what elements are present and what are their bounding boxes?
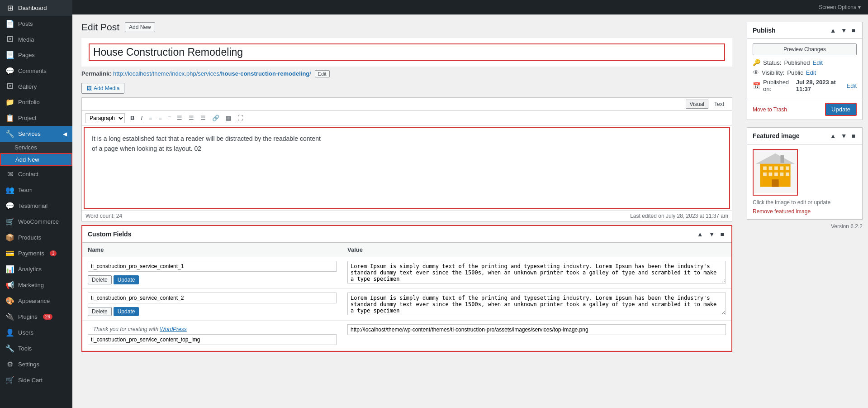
fi-minimize[interactable]: ■ (850, 131, 857, 140)
featured-image-controls: ▲ ▼ ■ (829, 131, 857, 140)
sidebar-item-services[interactable]: 🔧 Services ◀ (0, 126, 72, 142)
move-to-trash-link[interactable]: Move to Trash (753, 106, 787, 113)
payments-icon: 💳 (5, 249, 14, 258)
sidebar-item-comments[interactable]: 💬 Comments (0, 63, 72, 79)
italic-button[interactable]: I (138, 113, 145, 123)
editor-content[interactable]: It is a long established fact that a rea… (84, 127, 730, 209)
sidebar-item-plugins[interactable]: 🔌 Plugins 26 (0, 309, 72, 325)
svg-rect-13 (786, 173, 789, 176)
cf-delete-button-1[interactable]: Delete (88, 275, 112, 284)
bold-button[interactable]: B (128, 113, 137, 123)
payments-badge: 1 (50, 250, 57, 256)
cf-update-button-2[interactable]: Update (114, 307, 139, 316)
preview-changes-button[interactable]: Preview Changes (753, 43, 857, 55)
link-button[interactable]: 🔗 (209, 113, 222, 123)
align-center-button[interactable]: ☰ (186, 113, 197, 123)
sidebar-item-posts[interactable]: 📄 Posts (0, 16, 72, 32)
permalink-edit-button[interactable]: Edit (315, 70, 330, 77)
svg-rect-10 (769, 173, 773, 176)
custom-fields-header: Custom Fields ▲ ▼ ■ (82, 226, 731, 243)
svg-rect-5 (769, 166, 773, 170)
fi-collapse-down[interactable]: ▼ (840, 131, 849, 140)
featured-image-thumbnail[interactable] (753, 149, 798, 196)
custom-fields-collapse-up[interactable]: ▲ (695, 230, 705, 239)
custom-fields-minimize[interactable]: ■ (719, 230, 726, 239)
status-icon: 🔑 (753, 59, 760, 66)
right-panel: Publish ▲ ▼ ■ Preview Changes 🔑 Status: … (741, 14, 868, 408)
remove-featured-image-link[interactable]: Remove featured image (753, 208, 857, 215)
align-right-button[interactable]: ☰ (198, 113, 209, 123)
sidebar-item-marketing[interactable]: 📢 Marketing (0, 277, 72, 293)
visibility-value: Public (787, 69, 803, 76)
publish-collapse-down[interactable]: ▼ (840, 26, 849, 35)
sidebar-item-gallery[interactable]: 🖼 Gallery (0, 79, 72, 94)
visual-tab[interactable]: Visual (686, 100, 708, 109)
wordpress-link[interactable]: WordPress (160, 326, 186, 332)
products-icon: 📦 (5, 233, 14, 242)
sidebar-item-appearance[interactable]: 🎨 Appearance (0, 293, 72, 309)
sidebar-item-settings[interactable]: ⚙ Settings (0, 356, 72, 372)
publish-controls: ▲ ▼ ■ (829, 26, 857, 35)
cf-delete-button-2[interactable]: Delete (88, 307, 112, 316)
add-new-button[interactable]: Add New (125, 22, 155, 32)
ordered-list-button[interactable]: ≡ (156, 113, 165, 123)
paragraph-select[interactable]: Paragraph (85, 113, 125, 123)
sidebar-item-project[interactable]: 📋 Project (0, 110, 72, 126)
cf-actions-1: Delete Update (88, 275, 337, 284)
sidebar-item-side-cart[interactable]: 🛒 Side Cart (0, 372, 72, 388)
screen-options-button[interactable]: Screen Options ▾ (819, 4, 861, 10)
cf-value-input-3[interactable] (347, 324, 726, 335)
blockquote-button[interactable]: " (166, 113, 173, 123)
sidebar-item-users[interactable]: 👤 Users (0, 325, 72, 341)
post-title-input[interactable] (89, 43, 725, 61)
svg-rect-9 (763, 173, 767, 176)
fi-collapse-up[interactable]: ▲ (829, 131, 838, 140)
sidebar-item-pages[interactable]: 📃 Pages (0, 47, 72, 63)
sidebar-item-testimonial[interactable]: 💬 Testimonial (0, 198, 72, 214)
marketing-icon: 📢 (5, 281, 14, 289)
cf-value-textarea-1[interactable]: Lorem Ipsum is simply dummy text of the … (347, 261, 726, 283)
cf-name-cell-3: Thank you for creating with WordPress (82, 321, 342, 351)
cf-name-input-3[interactable] (88, 334, 337, 345)
cf-value-textarea-2[interactable]: Lorem Ipsum is simply dummy text of the … (347, 293, 726, 315)
sidebar-item-media[interactable]: 🖼 Media (0, 32, 72, 47)
permalink-url[interactable]: http://localhost/theme/index.php/service… (113, 70, 313, 77)
main-area: Screen Options ▾ Edit Post Add New Perma… (72, 0, 868, 408)
sidebar-subitem-add-new[interactable]: Add New (0, 153, 72, 166)
sidebar-subitem-services[interactable]: Services (0, 142, 72, 153)
custom-fields-collapse-down[interactable]: ▼ (707, 230, 717, 239)
fullscreen-button[interactable]: ⛶ (235, 113, 246, 123)
status-edit-link[interactable]: Edit (813, 59, 823, 66)
more-button[interactable]: ▦ (223, 113, 234, 123)
sidebar-item-portfolio[interactable]: 📁 Portfolio (0, 94, 72, 110)
publish-info: 🔑 Status: Published Edit 👁 Visibility: P… (747, 55, 862, 99)
word-count: Word count: 24 (85, 213, 122, 219)
sidebar-item-team[interactable]: 👥 Team (0, 182, 72, 198)
cf-name-input-2[interactable] (88, 293, 337, 303)
cf-update-button-1[interactable]: Update (114, 275, 139, 284)
sidebar-item-analytics[interactable]: 📊 Analytics (0, 261, 72, 277)
permalink-row: Permalink: http://localhost/theme/index.… (81, 70, 732, 77)
unordered-list-button[interactable]: ≡ (146, 113, 155, 123)
publish-collapse-up[interactable]: ▲ (829, 26, 838, 35)
update-button[interactable]: Update (825, 103, 857, 116)
svg-rect-8 (786, 166, 789, 170)
publish-minimize[interactable]: ■ (850, 26, 857, 35)
table-row: Delete Update Lorem Ipsum is simply dumm… (82, 257, 731, 289)
sidebar-item-tools[interactable]: 🔧 Tools (0, 341, 72, 356)
cf-col-value: Value (342, 243, 731, 257)
sidebar-item-products[interactable]: 📦 Products (0, 230, 72, 245)
editor-footer: Word count: 24 Last edited on July 28, 2… (82, 211, 732, 221)
cf-name-input-1[interactable] (88, 261, 337, 272)
text-tab[interactable]: Text (710, 100, 728, 109)
add-media-button[interactable]: 🖼 Add Media (81, 83, 124, 94)
sidebar-item-contact[interactable]: ✉ Contact (0, 166, 72, 182)
visibility-edit-link[interactable]: Edit (806, 69, 816, 76)
sidebar-item-dashboard[interactable]: ⊞ Dashboard (0, 0, 72, 16)
sidebar-item-woocommerce[interactable]: 🛒 WooCommerce (0, 214, 72, 230)
published-on-edit-link[interactable]: Edit (847, 82, 857, 89)
align-left-button[interactable]: ☰ (174, 113, 185, 123)
sidebar-item-payments[interactable]: 💳 Payments 1 (0, 245, 72, 261)
svg-rect-11 (774, 173, 778, 176)
status-label: Status: (763, 59, 781, 66)
